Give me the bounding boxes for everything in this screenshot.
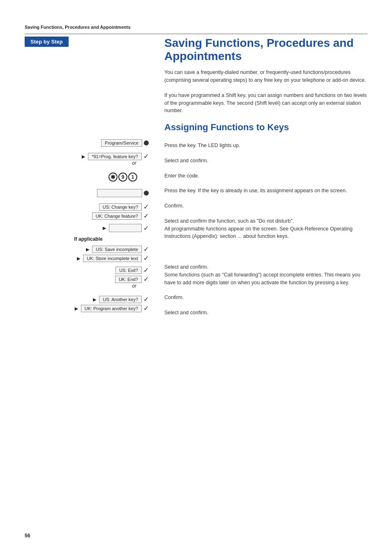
page-number: 56 bbox=[25, 533, 30, 539]
step9-ui: US: Exit? ✓ UK: End? ✓ or bbox=[25, 266, 152, 291]
header-label: Saving Functions, Procedures and Appoint… bbox=[25, 25, 367, 30]
step10-ui: ► US: Another key? ✓ ► UK: Program anoth… bbox=[25, 295, 152, 312]
main-content: Saving Functions, Procedures andAppointm… bbox=[156, 37, 367, 139]
prog-feature-key: *91=Prog. feature key? bbox=[88, 153, 142, 160]
main-title: Saving Functions, Procedures andAppointm… bbox=[164, 37, 367, 63]
us-save-key: US: Save incomplete bbox=[92, 246, 142, 253]
led-dot bbox=[144, 140, 149, 145]
content-area: Step by Step Saving Functions, Procedure… bbox=[25, 37, 367, 139]
us-exit-row: US: Exit? ✓ bbox=[25, 266, 149, 274]
uk-end-key: UK: End? bbox=[115, 276, 142, 283]
if-applicable-label: If applicable bbox=[25, 236, 152, 242]
step1-ui: Program/Service bbox=[25, 139, 152, 148]
uk-store-row: ► UK: Store incomplete text ✓ bbox=[25, 254, 149, 262]
desc-step10: Select and confirm. bbox=[164, 309, 367, 317]
prog-feature-row: ► *91=Prog. feature key? ✓ bbox=[25, 152, 149, 160]
page: Saving Functions, Procedures and Appoint… bbox=[0, 0, 392, 555]
header-divider bbox=[25, 34, 367, 34]
nine-circle: 9 bbox=[118, 173, 127, 182]
arrow-blank-row: ► ✓ bbox=[25, 224, 149, 232]
us-another-row: ► US: Another key? ✓ bbox=[25, 295, 149, 303]
uk-program-another-key: UK: Program another key? bbox=[81, 305, 142, 312]
us-exit-key: US: Exit? bbox=[115, 267, 142, 274]
checkmark3: ✓ bbox=[143, 212, 149, 220]
main-intro-1: You can save a frequently-dialed number,… bbox=[164, 69, 367, 84]
desc-step6: Select and confirm the function, such as… bbox=[164, 217, 367, 240]
main-intro-2: If you have programmed a Shift key, you … bbox=[164, 92, 367, 115]
checkmark8: ✓ bbox=[143, 275, 149, 283]
arrow-icon6: ► bbox=[74, 305, 79, 312]
star-circle: ✱ bbox=[108, 173, 118, 182]
step-by-step-box: Step by Step bbox=[25, 37, 69, 47]
program-service-row: Program/Service bbox=[101, 139, 149, 147]
header-rule-area: Saving Functions, Procedures and Appoint… bbox=[25, 25, 367, 34]
desc-step4: Press the key. If the key is already in … bbox=[164, 187, 367, 195]
checkmark10: ✓ bbox=[143, 304, 149, 312]
program-service-key: Program/Service bbox=[101, 139, 142, 147]
blank-key bbox=[97, 189, 142, 197]
desc-step5: Confirm. bbox=[164, 202, 367, 210]
checkmark9: ✓ bbox=[143, 295, 149, 303]
sidebar: Step by Step bbox=[25, 37, 156, 139]
us-change-key: US: Change key? bbox=[99, 203, 142, 211]
spacer-if-applicable bbox=[164, 248, 367, 263]
desc-step2: Select and confirm. bbox=[164, 157, 367, 165]
blank-key-row bbox=[97, 189, 149, 197]
uk-change-row: UK: Change feature? ✓ bbox=[25, 212, 149, 220]
checkmark6: ✓ bbox=[143, 254, 149, 262]
checkmark5: ✓ bbox=[143, 245, 149, 253]
checkmark7: ✓ bbox=[143, 266, 149, 274]
steps-right: Press the key. The LED lights up. Select… bbox=[156, 139, 367, 324]
code-circles: ✱ 9 1 bbox=[108, 173, 149, 182]
section-heading: Assigning Functions to Keys bbox=[164, 122, 367, 133]
arrow-icon: ► bbox=[81, 153, 86, 160]
or-label1: or bbox=[132, 160, 136, 166]
steps-left: Program/Service ► *91=Prog. feature key?… bbox=[25, 139, 156, 324]
or-label2: or bbox=[132, 283, 136, 289]
arrow-icon3: ► bbox=[85, 246, 90, 253]
one-circle: 1 bbox=[128, 173, 137, 182]
arrow-icon4: ► bbox=[76, 255, 81, 262]
checkmark1: ✓ bbox=[143, 152, 149, 160]
us-change-row: US: Change key? ✓ bbox=[25, 203, 149, 211]
blank-key2 bbox=[109, 224, 142, 232]
step3-ui: ✱ 9 1 bbox=[25, 173, 152, 185]
checkmark2: ✓ bbox=[143, 203, 149, 211]
step8-ui: ► US: Save incomplete ✓ ► UK: Store inco… bbox=[25, 245, 152, 262]
led-dot2 bbox=[144, 191, 149, 196]
us-another-key: US: Another key? bbox=[99, 296, 142, 303]
step2-ui: ► *91=Prog. feature key? ✓ or bbox=[25, 152, 152, 168]
uk-program-row: ► UK: Program another key? ✓ bbox=[25, 304, 149, 312]
uk-end-row: UK: End? ✓ bbox=[25, 275, 149, 283]
uk-change-feature: UK: Change feature? bbox=[92, 212, 142, 220]
arrow-icon2: ► bbox=[101, 225, 107, 231]
step6-ui: ► ✓ bbox=[25, 224, 152, 232]
step4-ui bbox=[25, 189, 152, 199]
arrow-icon5: ► bbox=[92, 296, 98, 303]
step5-ui: US: Change key? ✓ UK: Change feature? ✓ bbox=[25, 203, 152, 220]
us-save-row: ► US: Save incomplete ✓ bbox=[25, 245, 149, 253]
checkmark4: ✓ bbox=[143, 224, 149, 232]
steps-container: Program/Service ► *91=Prog. feature key?… bbox=[25, 139, 367, 324]
desc-step3: Enter the code. bbox=[164, 172, 367, 180]
desc-step9: Confirm. bbox=[164, 294, 367, 302]
uk-store-key: UK: Store incomplete text bbox=[83, 255, 142, 262]
desc-step1: Press the key. The LED lights up. bbox=[164, 142, 367, 150]
desc-step8: Select and confirm.Some functions (such … bbox=[164, 263, 367, 286]
